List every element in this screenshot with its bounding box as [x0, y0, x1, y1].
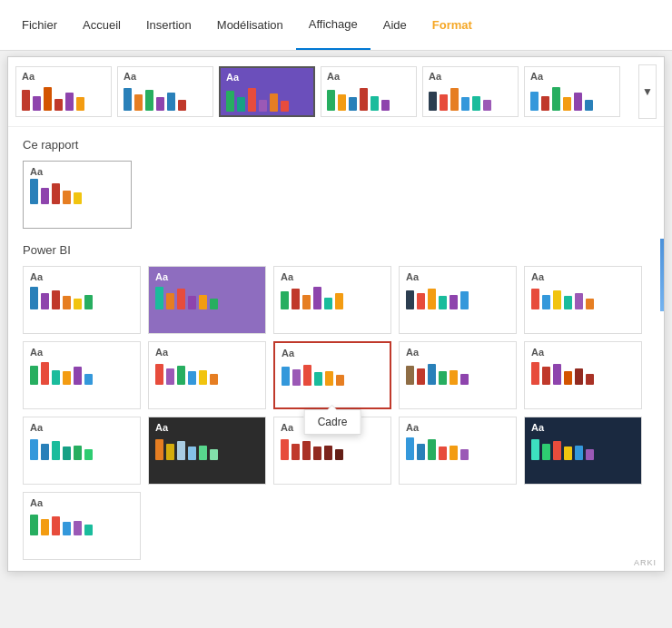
- theme-aa-label: Aa: [530, 71, 614, 82]
- ce-rapport-bars: [30, 179, 124, 209]
- svg-rect-6: [124, 88, 132, 111]
- svg-rect-44: [63, 296, 71, 309]
- svg-rect-131: [30, 515, 38, 535]
- grid-theme-card-g10[interactable]: Aa: [524, 341, 642, 409]
- grid-theme-aa: Aa: [155, 422, 259, 433]
- svg-rect-24: [429, 92, 437, 111]
- svg-rect-22: [371, 96, 379, 111]
- side-decorative-line: [660, 239, 664, 311]
- svg-rect-54: [292, 289, 300, 309]
- grid-theme-card-g8[interactable]: AaCadre: [273, 341, 391, 409]
- grid-theme-card-g4[interactable]: Aa: [399, 266, 517, 334]
- grid-theme-bars: [30, 359, 133, 389]
- theme-card-t2[interactable]: Aa: [117, 66, 213, 117]
- svg-rect-5: [76, 97, 84, 111]
- svg-rect-91: [428, 364, 436, 385]
- svg-rect-134: [63, 522, 71, 535]
- theme-card-t4[interactable]: Aa: [321, 66, 417, 117]
- svg-rect-103: [52, 441, 60, 460]
- theme-card-t3[interactable]: Aa: [219, 66, 315, 117]
- grid-theme-aa: Aa: [406, 271, 509, 282]
- grid-theme-card-g9[interactable]: Aa: [399, 341, 517, 409]
- svg-rect-111: [199, 446, 207, 460]
- grid-theme-aa: Aa: [531, 271, 635, 282]
- svg-rect-49: [177, 289, 185, 309]
- svg-rect-28: [472, 96, 480, 111]
- svg-rect-11: [178, 100, 186, 111]
- svg-rect-95: [531, 362, 539, 385]
- theme-aa-label: Aa: [226, 72, 308, 83]
- grid-theme-aa: Aa: [531, 422, 635, 433]
- grid-theme-card-g1[interactable]: Aa: [23, 266, 141, 334]
- menu-format[interactable]: Format: [420, 0, 485, 50]
- grid-theme-aa: Aa: [281, 271, 384, 282]
- svg-rect-64: [460, 291, 469, 309]
- grid-theme-aa: Aa: [155, 347, 259, 358]
- svg-rect-87: [325, 371, 333, 386]
- svg-rect-72: [41, 362, 49, 385]
- grid-theme-bars: [531, 284, 635, 314]
- svg-rect-46: [84, 295, 93, 309]
- svg-rect-45: [74, 299, 82, 309]
- svg-rect-9: [156, 97, 164, 111]
- svg-rect-42: [41, 293, 49, 309]
- svg-rect-113: [281, 439, 289, 460]
- grid-theme-card-g12[interactable]: Aa: [148, 417, 266, 485]
- svg-rect-119: [406, 437, 414, 460]
- grid-theme-card-g7[interactable]: Aa: [148, 341, 266, 409]
- section-ce-rapport-title: Ce rapport: [23, 138, 649, 152]
- theme-card-t5[interactable]: Aa: [422, 66, 519, 117]
- svg-rect-8: [145, 90, 153, 111]
- svg-rect-93: [450, 370, 458, 385]
- grid-theme-card-g2[interactable]: Aa: [148, 266, 266, 334]
- svg-rect-135: [74, 521, 82, 535]
- grid-theme-card-g5[interactable]: Aa: [524, 266, 642, 334]
- svg-rect-35: [585, 100, 593, 111]
- svg-rect-68: [564, 296, 572, 309]
- theme-aa-label: Aa: [327, 71, 410, 82]
- svg-rect-29: [483, 100, 491, 111]
- svg-rect-10: [167, 93, 175, 111]
- svg-rect-115: [302, 441, 311, 460]
- svg-rect-124: [460, 449, 469, 460]
- grid-theme-bars: [282, 360, 383, 390]
- grid-theme-bars: [531, 435, 635, 465]
- menu-modelisation[interactable]: Modélisation: [204, 0, 296, 50]
- grid-theme-card-g14[interactable]: Aa: [399, 417, 517, 485]
- svg-rect-15: [259, 100, 267, 112]
- grid-theme-bars: [30, 284, 133, 314]
- grid-theme-card-g6[interactable]: Aa: [23, 341, 141, 409]
- svg-rect-83: [282, 367, 290, 386]
- grid-theme-card-g16[interactable]: Aa: [23, 492, 141, 560]
- svg-rect-85: [303, 365, 311, 386]
- svg-rect-109: [177, 441, 185, 460]
- theme-card-t6[interactable]: Aa: [524, 66, 620, 117]
- grid-theme-bars: [406, 284, 509, 314]
- svg-rect-118: [335, 449, 343, 460]
- theme-card-t1[interactable]: Aa: [15, 66, 112, 117]
- menu-affichage[interactable]: Affichage: [296, 0, 371, 50]
- svg-rect-17: [281, 101, 289, 112]
- svg-rect-48: [166, 293, 174, 309]
- menu-fichier[interactable]: Fichier: [9, 0, 70, 50]
- menu-accueil[interactable]: Accueil: [70, 0, 133, 50]
- themes-dropdown-arrow[interactable]: ▼: [638, 64, 657, 119]
- svg-rect-90: [417, 368, 425, 385]
- svg-rect-101: [30, 439, 38, 460]
- svg-rect-12: [226, 91, 234, 112]
- ce-rapport-card[interactable]: Aa: [23, 161, 132, 229]
- menu-aide[interactable]: Aide: [371, 0, 420, 50]
- grid-theme-card-g3[interactable]: Aa: [273, 266, 391, 334]
- grid-theme-aa: Aa: [30, 422, 133, 433]
- svg-rect-70: [586, 299, 594, 309]
- svg-rect-96: [542, 367, 550, 385]
- svg-rect-80: [188, 371, 196, 385]
- svg-rect-79: [177, 366, 185, 385]
- grid-theme-card-g11[interactable]: Aa: [23, 417, 141, 485]
- grid-theme-card-g15[interactable]: Aa: [524, 417, 642, 485]
- svg-rect-133: [52, 516, 60, 535]
- themes-dropdown-panel: Ce rapport Aa Power BI AaAaAaAaAaAaAaAaC…: [8, 127, 664, 571]
- grid-theme-aa: Aa: [282, 348, 383, 358]
- menu-insertion[interactable]: Insertion: [133, 0, 204, 50]
- grid-theme-bars: [281, 435, 384, 465]
